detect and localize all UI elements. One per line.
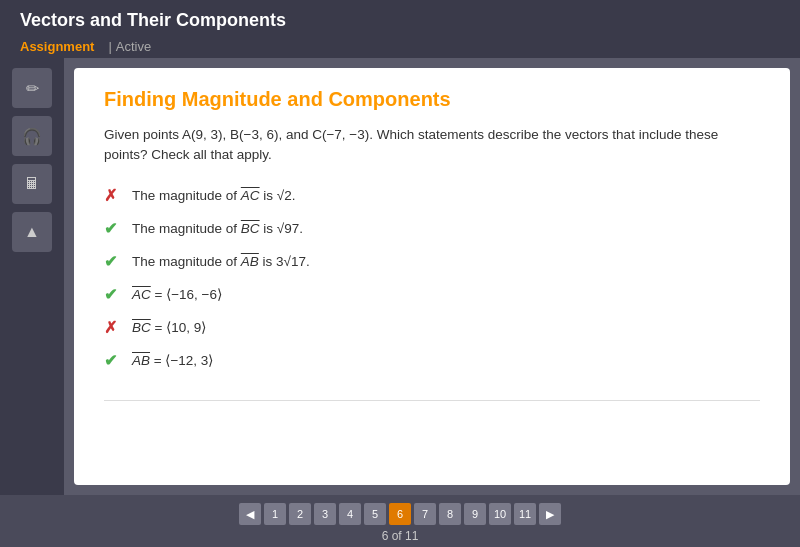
page-btn-11[interactable]: 11 [514,503,536,525]
answer-text-6: AB = ⟨−12, 3⟩ [132,352,213,368]
answer-text-4: AC = ⟨−16, −6⟩ [132,286,222,302]
page-btn-2[interactable]: 2 [289,503,311,525]
card-title: Finding Magnitude and Components [104,88,760,111]
wrong-icon-5: ✗ [104,318,122,337]
answer-item-5: ✗ BC = ⟨10, 9⟩ [104,318,760,337]
pencil-icon[interactable]: ✏ [12,68,52,108]
answer-item-3: ✔ The magnitude of AB is 3√17. [104,252,760,271]
next-page-button[interactable]: ▶ [539,503,561,525]
page-btn-5[interactable]: 5 [364,503,386,525]
question-card: Finding Magnitude and Components Given p… [74,68,790,485]
page-btn-8[interactable]: 8 [439,503,461,525]
page-title: Vectors and Their Components [20,10,780,31]
calculator-icon[interactable]: 🖩 [12,164,52,204]
correct-icon-4: ✔ [104,285,122,304]
pagination-area: ◀ 1 2 3 4 5 6 7 8 9 10 11 ▶ 6 of 11 [0,495,800,547]
answer-text-2: The magnitude of BC is √97. [132,221,303,236]
upload-icon[interactable]: ▲ [12,212,52,252]
app-container: Vectors and Their Components Assignment … [0,0,800,547]
page-btn-7[interactable]: 7 [414,503,436,525]
page-btn-9[interactable]: 9 [464,503,486,525]
main-layout: ✏ 🎧 🖩 ▲ Finding Magnitude and Components… [0,58,800,495]
card-question: Given points A(9, 3), B(−3, 6), and C(−7… [104,125,760,166]
answer-item-2: ✔ The magnitude of BC is √97. [104,219,760,238]
header: Vectors and Their Components Assignment … [0,0,800,58]
pagination-controls: ◀ 1 2 3 4 5 6 7 8 9 10 11 ▶ [239,503,561,525]
tab-assignment[interactable]: Assignment [20,35,104,58]
page-label: 6 of 11 [382,529,419,543]
page-btn-6[interactable]: 6 [389,503,411,525]
wrong-icon-1: ✗ [104,186,122,205]
page-btn-10[interactable]: 10 [489,503,511,525]
sidebar: ✏ 🎧 🖩 ▲ [0,58,64,495]
answer-item-6: ✔ AB = ⟨−12, 3⟩ [104,351,760,370]
answer-item-1: ✗ The magnitude of AC is √2. [104,186,760,205]
page-btn-1[interactable]: 1 [264,503,286,525]
prev-page-button[interactable]: ◀ [239,503,261,525]
correct-icon-2: ✔ [104,219,122,238]
page-btn-3[interactable]: 3 [314,503,336,525]
answer-item-4: ✔ AC = ⟨−16, −6⟩ [104,285,760,304]
correct-icon-6: ✔ [104,351,122,370]
tab-active[interactable]: Active [116,35,161,58]
answer-text-1: The magnitude of AC is √2. [132,188,296,203]
divider [104,400,760,401]
header-tabs: Assignment | Active [20,35,780,58]
answer-text-3: The magnitude of AB is 3√17. [132,254,310,269]
page-btn-4[interactable]: 4 [339,503,361,525]
answer-text-5: BC = ⟨10, 9⟩ [132,319,206,335]
headphones-icon[interactable]: 🎧 [12,116,52,156]
content-area: Finding Magnitude and Components Given p… [64,58,800,495]
answer-list: ✗ The magnitude of AC is √2. ✔ The magni… [104,186,760,370]
correct-icon-3: ✔ [104,252,122,271]
